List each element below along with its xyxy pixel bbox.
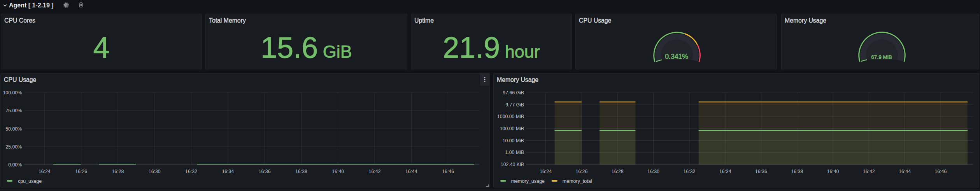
svg-text:16:30: 16:30 (647, 169, 659, 174)
svg-text:16:26: 16:26 (75, 169, 87, 174)
svg-text:16:38: 16:38 (791, 169, 803, 174)
svg-text:16:46: 16:46 (442, 169, 454, 174)
svg-text:1000.00 MiB: 1000.00 MiB (497, 114, 524, 119)
svg-text:50.00%: 50.00% (5, 126, 22, 132)
svg-text:16:32: 16:32 (185, 169, 197, 174)
svg-text:16:40: 16:40 (827, 169, 839, 174)
svg-text:97.66 GiB: 97.66 GiB (503, 90, 524, 96)
svg-text:0.341%: 0.341% (665, 53, 688, 60)
svg-text:16:38: 16:38 (295, 169, 307, 174)
svg-text:16:28: 16:28 (112, 169, 124, 174)
svg-text:16:34: 16:34 (719, 169, 731, 174)
svg-text:10.00 MiB: 10.00 MiB (503, 138, 524, 143)
svg-text:16:26: 16:26 (576, 169, 588, 174)
svg-text:16:46: 16:46 (935, 169, 947, 174)
svg-text:16:24: 16:24 (540, 169, 552, 174)
svg-text:16:44: 16:44 (899, 169, 911, 174)
svg-text:memory_total: memory_total (563, 179, 592, 184)
svg-text:16:28: 16:28 (612, 169, 624, 174)
svg-text:100.00 MiB: 100.00 MiB (500, 126, 524, 131)
svg-text:16:42: 16:42 (863, 169, 875, 174)
svg-text:100.00%: 100.00% (3, 90, 22, 96)
svg-text:16:30: 16:30 (149, 169, 161, 174)
svg-text:16:40: 16:40 (332, 169, 344, 174)
svg-text:16:34: 16:34 (222, 169, 234, 174)
svg-text:16:32: 16:32 (683, 169, 695, 174)
svg-text:9.77 GiB: 9.77 GiB (505, 102, 524, 108)
svg-text:1.00 MiB: 1.00 MiB (505, 150, 524, 155)
svg-text:25.00%: 25.00% (5, 144, 22, 150)
svg-text:16:24: 16:24 (39, 169, 51, 174)
svg-text:16:42: 16:42 (369, 169, 381, 174)
svg-text:memory_usage: memory_usage (511, 179, 545, 184)
svg-text:16:36: 16:36 (259, 169, 271, 174)
svg-text:cpu_usage: cpu_usage (18, 179, 42, 184)
svg-text:16:44: 16:44 (405, 169, 417, 174)
svg-text:75.00%: 75.00% (5, 108, 22, 113)
svg-text:102.40 KiB: 102.40 KiB (501, 162, 524, 167)
svg-text:67.9 MiB: 67.9 MiB (871, 54, 892, 60)
svg-text:0.00%: 0.00% (8, 162, 22, 168)
svg-text:16:36: 16:36 (755, 169, 767, 174)
